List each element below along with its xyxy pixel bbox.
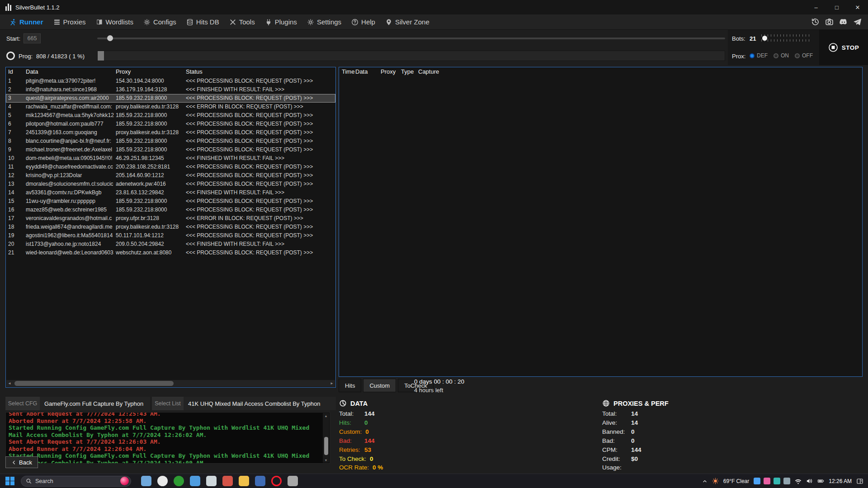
result-row-18[interactable]: 18frieda.weigall674@andreagilardi.meprox… bbox=[6, 223, 335, 231]
clock[interactable]: 12:26 AM bbox=[829, 478, 852, 484]
capture-column-header-proxy[interactable]: Proxy bbox=[381, 68, 396, 75]
start-input[interactable] bbox=[24, 33, 41, 43]
result-row-12[interactable]: 12krisino@vp.pl:123Dolar205.164.60.90:12… bbox=[6, 171, 335, 180]
result-row-8[interactable]: 8blanc.courtine@anjac-bi.fr@neuf.fr:185.… bbox=[6, 137, 335, 145]
result-row-19[interactable]: 19agostini1962@libero.it:Ma5540181450.11… bbox=[6, 231, 335, 240]
cell-proxy: 50.117.101.94:1212 bbox=[116, 231, 184, 240]
start-slider[interactable] bbox=[97, 37, 725, 40]
menu-item-configs[interactable]: Configs bbox=[138, 14, 181, 29]
wifi-icon[interactable] bbox=[795, 478, 802, 484]
result-row-2[interactable]: 2info@natuhara.net:since1968136.179.19.1… bbox=[6, 85, 335, 94]
back-button[interactable]: Back bbox=[5, 456, 38, 468]
archive-icon[interactable] bbox=[288, 476, 298, 486]
opera-icon[interactable] bbox=[271, 476, 282, 486]
scroll-left-arrow-icon[interactable]: ◄ bbox=[6, 380, 13, 387]
result-row-9[interactable]: 9michael.troner@freenet.de:Axelaxel185.5… bbox=[6, 145, 335, 154]
battery-icon[interactable] bbox=[817, 478, 824, 484]
taskbar-search[interactable]: Search bbox=[21, 476, 131, 487]
menu-item-wordlists[interactable]: Wordlists bbox=[91, 14, 138, 29]
result-row-17[interactable]: 17veronicavaldesgranados@hotmail.cproxy.… bbox=[6, 214, 335, 223]
result-row-4[interactable]: 4rachwala_muzaffar@rediffmail.com:proxy.… bbox=[6, 103, 335, 111]
weather-text[interactable]: 69°F Clear bbox=[723, 478, 750, 484]
menu-item-proxies[interactable]: Proxies bbox=[48, 14, 91, 29]
prox-option-off[interactable]: OFF bbox=[795, 52, 813, 59]
volume-icon[interactable] bbox=[806, 478, 813, 484]
menu-items: RunnerProxiesWordlistsConfigsHits DBTool… bbox=[5, 14, 434, 29]
result-row-14[interactable]: 14av53361@comtv.ru:DPKwkBgb23.81.63.132:… bbox=[6, 188, 335, 197]
chevron-up-icon[interactable] bbox=[702, 479, 708, 484]
column-header-id[interactable]: Id bbox=[8, 68, 13, 75]
capture-column-header-time[interactable]: Time bbox=[342, 68, 354, 75]
result-row-7[interactable]: 72451339@163.com:guoqiangproxy.balikesir… bbox=[6, 128, 335, 137]
stop-button[interactable]: STOP bbox=[828, 42, 859, 52]
select-list-button[interactable]: Select List bbox=[152, 397, 184, 410]
menu-item-settings[interactable]: Settings bbox=[302, 14, 346, 29]
discord-icon-button[interactable] bbox=[839, 18, 848, 26]
result-row-13[interactable]: 13dmorales@solucionesmfm.cl:solucicadene… bbox=[6, 180, 335, 188]
tray-app-pink-icon[interactable] bbox=[764, 478, 770, 484]
scroll-right-arrow-icon[interactable]: ► bbox=[329, 380, 335, 387]
menu-item-runner[interactable]: Runner bbox=[5, 14, 48, 29]
result-row-11[interactable]: 11eyyddl49@chasefreedomactivate.cc200.23… bbox=[6, 163, 335, 171]
tab-custom[interactable]: Custom bbox=[363, 379, 396, 392]
start-menu-button[interactable] bbox=[2, 474, 18, 488]
result-row-3[interactable]: 3quest@airpiratepress.com:air2000185.59.… bbox=[6, 94, 335, 103]
result-row-15[interactable]: 1511wu-uy@rambler.ru:pppppp185.59.232.21… bbox=[6, 197, 335, 206]
history-icon-button[interactable] bbox=[811, 18, 820, 26]
result-row-10[interactable]: 10dom-mebeli@meta.ua:09051945!!0!46.29.2… bbox=[6, 154, 335, 163]
telegram-icon-button[interactable] bbox=[853, 18, 862, 26]
result-row-1[interactable]: 1pitgin@meta.ua:379072piter!154.30.194.2… bbox=[6, 77, 335, 85]
close-button[interactable]: ✕ bbox=[847, 0, 868, 14]
tray-app-blue-icon[interactable] bbox=[754, 478, 760, 484]
scroll-down-arrow-icon[interactable]: ▼ bbox=[323, 457, 329, 463]
result-row-20[interactable]: 20ist1733@yahoo.ne.jp:noto1824209.0.50.2… bbox=[6, 240, 335, 249]
stat-total: Total:14 bbox=[602, 409, 747, 418]
people-icon[interactable] bbox=[141, 476, 151, 486]
onedrive-icon[interactable] bbox=[783, 478, 790, 484]
book-icon[interactable] bbox=[255, 476, 265, 486]
result-row-6[interactable]: 6pilotpon@hotmail.com:paulb777185.59.232… bbox=[6, 120, 335, 128]
minimize-button[interactable]: – bbox=[806, 0, 826, 14]
capture-column-header-type[interactable]: Type bbox=[401, 68, 414, 75]
xbox-icon[interactable] bbox=[174, 476, 184, 486]
menu-item-help[interactable]: Help bbox=[346, 14, 380, 29]
log-line: Sent Abort Request at 7/7/2024 12:26:03 … bbox=[9, 438, 320, 446]
store-icon[interactable] bbox=[206, 476, 217, 486]
clock-icon[interactable] bbox=[157, 476, 168, 486]
column-header-data[interactable]: Data bbox=[26, 68, 38, 75]
horizontal-scrollbar[interactable]: ◄ ► bbox=[6, 380, 335, 387]
horizontal-scroll-thumb[interactable] bbox=[14, 381, 174, 386]
tab-hits[interactable]: Hits bbox=[339, 379, 361, 392]
menu-item-plugins[interactable]: Plugins bbox=[260, 14, 302, 29]
stat-bad: Bad:144 bbox=[339, 436, 484, 446]
maximize-button[interactable]: □ bbox=[826, 0, 847, 14]
tray-app-teal-icon[interactable] bbox=[774, 478, 780, 484]
notification-icon[interactable] bbox=[856, 478, 863, 485]
menu-item-silver-zone[interactable]: Silver Zone bbox=[380, 14, 434, 29]
file-explorer-icon[interactable] bbox=[239, 476, 249, 486]
menu-item-hits-db[interactable]: Hits DB bbox=[181, 14, 224, 29]
log-scroll-thumb[interactable] bbox=[324, 437, 328, 455]
weather-icon[interactable] bbox=[712, 478, 719, 484]
capture-column-header-data[interactable]: Data bbox=[355, 68, 368, 75]
bots-slider-thumb[interactable] bbox=[762, 36, 767, 41]
scroll-up-arrow-icon[interactable]: ▲ bbox=[323, 413, 329, 418]
result-row-5[interactable]: 5mik1234567@meta.ua:5hyk7ohkk12185.59.23… bbox=[6, 111, 335, 120]
result-row-21[interactable]: 21wied-leonard@web.de:Leonard0603webschu… bbox=[6, 249, 335, 257]
result-row-16[interactable]: 16mazez85@web.de:schreiner1985185.59.232… bbox=[6, 206, 335, 214]
app-red-icon[interactable] bbox=[222, 476, 233, 486]
screenshot-icon-button[interactable] bbox=[825, 18, 834, 26]
prox-option-def[interactable]: DEF bbox=[750, 52, 768, 59]
cell-id: 5 bbox=[8, 111, 24, 120]
prox-option-on[interactable]: ON bbox=[774, 52, 789, 59]
folder-blue-icon[interactable] bbox=[190, 476, 200, 486]
column-header-proxy[interactable]: Proxy bbox=[116, 68, 131, 75]
system-tray: 69°F Clear 12:26 AM bbox=[702, 478, 868, 485]
select-cfg-button[interactable]: Select CFG bbox=[5, 397, 40, 410]
menu-item-tools[interactable]: Tools bbox=[224, 14, 260, 29]
capture-column-header-capture[interactable]: Capture bbox=[418, 68, 439, 75]
column-header-status[interactable]: Status bbox=[186, 68, 203, 75]
start-slider-thumb[interactable] bbox=[107, 35, 113, 41]
log-scrollbar[interactable]: ▲ ▼ bbox=[323, 413, 329, 463]
bots-slider[interactable] bbox=[761, 34, 810, 42]
